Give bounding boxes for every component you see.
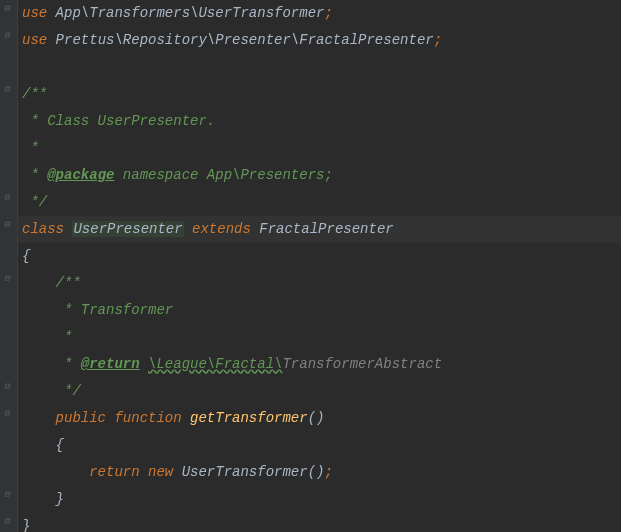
code-editor[interactable]: use App\Transformers\UserTransformer; us… (0, 0, 621, 532)
brace-close: } (22, 491, 64, 507)
keyword-extends: extends (184, 221, 260, 237)
keyword-new: new (148, 464, 182, 480)
code-line: * (18, 324, 621, 351)
code-line: use App\Transformers\UserTransformer; (18, 0, 621, 27)
fold-icon[interactable]: ⊟ (4, 220, 14, 230)
code-line (18, 54, 621, 81)
brace-open: { (22, 437, 64, 453)
code-line: * Transformer (18, 297, 621, 324)
semicolon: ; (324, 464, 332, 480)
code-line-highlighted: class UserPresenter extends FractalPrese… (18, 216, 621, 243)
code-line: */ (18, 189, 621, 216)
code-line: * (18, 135, 621, 162)
function-name: getTransformer (190, 410, 308, 426)
gutter: ⊟ ⊟ ⊟ ⊟ ⊟ ⊟ ⊟ ⊟ ⊟ ⊟ (0, 0, 18, 532)
fold-icon[interactable]: ⊟ (4, 31, 14, 41)
doc-tag-return: @return (81, 356, 140, 372)
code-line: * @package namespace App\Presenters; (18, 162, 621, 189)
doc-comment: /** (22, 86, 47, 102)
keyword-public: public (22, 410, 114, 426)
parent-class: FractalPresenter (259, 221, 393, 237)
keyword-use: use (22, 32, 47, 48)
fold-icon[interactable]: ⊟ (4, 274, 14, 284)
code-line: use Prettus\Repository\Presenter\Fractal… (18, 27, 621, 54)
keyword-class: class (22, 221, 72, 237)
doc-comment: * Transformer (22, 302, 173, 318)
code-line: { (18, 243, 621, 270)
doc-comment: * (22, 140, 39, 156)
doc-tag-package: @package (47, 167, 114, 183)
brace-close: } (22, 518, 30, 532)
doc-comment: */ (22, 383, 81, 399)
fold-icon[interactable]: ⊟ (4, 4, 14, 14)
doc-comment: * (22, 356, 81, 372)
doc-comment: /** (22, 275, 81, 291)
namespace: App\Transformers\UserTransformer (47, 5, 324, 21)
fold-icon[interactable]: ⊟ (4, 409, 14, 419)
class-ref: UserTransformer() (182, 464, 325, 480)
code-line: { (18, 432, 621, 459)
keyword-return: return (22, 464, 148, 480)
code-line: * Class UserPresenter. (18, 108, 621, 135)
namespace: Prettus\Repository\Presenter\FractalPres… (47, 32, 433, 48)
class-name: UserPresenter (72, 221, 183, 237)
code-line: * @return \League\Fractal\TransformerAbs… (18, 351, 621, 378)
doc-type: TransformerAbstract (282, 356, 442, 372)
doc-comment: */ (22, 194, 47, 210)
semicolon: ; (324, 5, 332, 21)
fold-end-icon[interactable]: ⊟ (4, 490, 14, 500)
doc-comment: namespace App\Presenters; (114, 167, 332, 183)
code-line: /** (18, 270, 621, 297)
code-line: */ (18, 378, 621, 405)
code-line: /** (18, 81, 621, 108)
doc-comment: * (22, 167, 47, 183)
code-line: public function getTransformer() (18, 405, 621, 432)
fold-end-icon[interactable]: ⊟ (4, 517, 14, 527)
fold-icon[interactable]: ⊟ (4, 85, 14, 95)
fold-end-icon[interactable]: ⊟ (4, 382, 14, 392)
fold-end-icon[interactable]: ⊟ (4, 193, 14, 203)
doc-comment: * Class UserPresenter. (22, 113, 215, 129)
code-line: } (18, 513, 621, 532)
doc-type: \League\Fractal\ (148, 356, 282, 372)
keyword-use: use (22, 5, 47, 21)
code-line: return new UserTransformer(); (18, 459, 621, 486)
semicolon: ; (434, 32, 442, 48)
parentheses: () (308, 410, 325, 426)
keyword-function: function (114, 410, 190, 426)
doc-comment: * (22, 329, 72, 345)
brace-open: { (22, 248, 30, 264)
code-line: } (18, 486, 621, 513)
